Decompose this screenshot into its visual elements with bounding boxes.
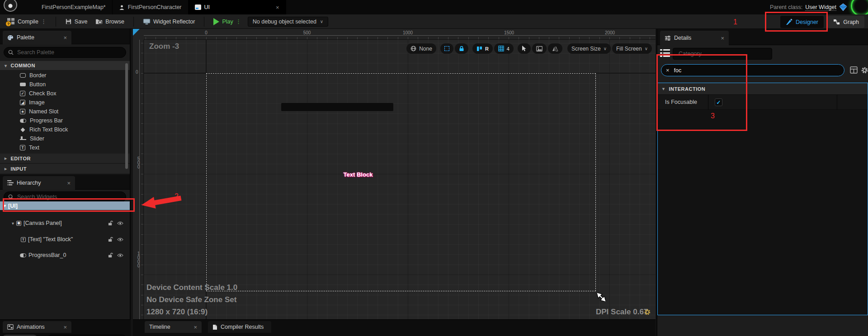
- visibility-eye-icon[interactable]: [117, 221, 123, 225]
- compile-button[interactable]: ? Compile ⋮: [5, 14, 48, 28]
- graph-mode-button[interactable]: Graph: [828, 16, 864, 28]
- left-panel: Palette × ▾ COMMON Border Button ✓Check …: [0, 29, 131, 319]
- close-icon[interactable]: ×: [63, 34, 67, 41]
- palette-item-slider[interactable]: Slider: [0, 134, 122, 143]
- close-icon[interactable]: ×: [193, 324, 197, 331]
- tab-hierarchy[interactable]: Hierarchy ×: [3, 176, 75, 190]
- tab-label: UI: [204, 4, 210, 10]
- palette-item-checkbox[interactable]: ✓Check Box: [0, 89, 122, 98]
- debug-object-dropdown[interactable]: No debug object selected ∨: [248, 17, 328, 27]
- palette-section-input[interactable]: ▸ INPUT: [0, 164, 130, 174]
- tab-animations[interactable]: Animations ×: [3, 321, 71, 333]
- browse-button[interactable]: Browse: [94, 14, 126, 28]
- palette-item-named-slot[interactable]: ∗Named Slot: [0, 107, 122, 116]
- unlock-icon[interactable]: [108, 237, 113, 242]
- close-icon[interactable]: ×: [721, 35, 724, 42]
- widget-reflector-label: Widget Reflector: [153, 19, 195, 25]
- palette-item-button[interactable]: Button: [0, 80, 122, 89]
- widget-design-frame[interactable]: [206, 73, 596, 291]
- designer-mode-button[interactable]: Designer: [780, 16, 824, 28]
- ruler-tick-label: 500: [303, 30, 311, 35]
- chevron-closed-icon: ▸: [5, 156, 7, 161]
- toolbar-separator: [56, 17, 56, 27]
- tab-ui-widget[interactable]: UI ×: [189, 0, 286, 14]
- fill-screen-dropdown[interactable]: Fill Screen ∨: [612, 43, 652, 54]
- grid-snap-dropdown[interactable]: 4: [494, 43, 514, 54]
- annotation-step-2: 2: [175, 192, 179, 201]
- palette-item-text[interactable]: TText: [0, 143, 122, 152]
- preview-background-button[interactable]: [532, 43, 547, 54]
- details-search-input[interactable]: [673, 67, 840, 74]
- tab-timeline[interactable]: Timeline ×: [145, 321, 202, 333]
- palette-section-common[interactable]: ▾ COMMON: [0, 61, 130, 70]
- palette-search-input[interactable]: [16, 49, 122, 56]
- section-label: EDITOR: [11, 156, 31, 161]
- palette-scrollbar[interactable]: [125, 63, 128, 169]
- save-button[interactable]: Save: [63, 14, 90, 28]
- clear-search-icon[interactable]: ×: [666, 67, 670, 74]
- unlock-icon[interactable]: [108, 252, 113, 258]
- screen-size-dropdown[interactable]: Screen Size ∨: [567, 43, 611, 54]
- design-grid[interactable]: Zoom -3 Text Block Device Content Scale …: [144, 40, 656, 319]
- compile-options-icon[interactable]: ⋮: [41, 19, 47, 25]
- unlock-icon[interactable]: [108, 220, 113, 226]
- document-icon: [212, 324, 217, 330]
- palette-item-image[interactable]: ◢Image: [0, 98, 122, 107]
- play-label: Play: [222, 19, 233, 25]
- palette-search[interactable]: [4, 47, 126, 58]
- details-search[interactable]: ×: [661, 64, 844, 76]
- selection-outline-toggle[interactable]: [440, 43, 453, 54]
- tab-compiler-results[interactable]: Compiler Results: [208, 321, 271, 333]
- details-panel: Details × × ▾ INTERACTION Is Focusable ✓: [656, 29, 868, 336]
- category-filter[interactable]: [673, 48, 772, 60]
- lock-toggle[interactable]: [455, 43, 468, 54]
- close-icon[interactable]: ×: [276, 4, 279, 11]
- select-mode-button[interactable]: [518, 43, 531, 54]
- details-sliders-icon: [665, 35, 671, 41]
- hierarchy-search[interactable]: [4, 191, 126, 202]
- palette-item-rich-text[interactable]: Rich Text Block: [0, 125, 122, 134]
- section-label: INPUT: [11, 166, 27, 172]
- lock-icon: [459, 46, 464, 51]
- palette-item-progress-bar[interactable]: Progress Bar: [0, 116, 122, 125]
- palette-item-border[interactable]: Border: [0, 71, 122, 80]
- asset-tab-bar: FirstPersonExampleMap* FirstPersonCharac…: [0, 0, 868, 14]
- details-tab-strip: Details ×: [657, 29, 868, 45]
- chevron-open-icon[interactable]: ▾: [12, 221, 14, 226]
- respect-locks-toggle[interactable]: R: [472, 43, 493, 54]
- globe-anchor-icon: [410, 46, 416, 51]
- display-filter-icon[interactable]: [850, 66, 858, 74]
- interaction-section-header[interactable]: ▾ INTERACTION: [658, 83, 868, 95]
- settings-gear-icon[interactable]: [861, 66, 868, 74]
- property-matrix-icon[interactable]: [660, 49, 670, 58]
- anchor-dropdown[interactable]: None: [406, 43, 436, 54]
- close-icon[interactable]: ×: [63, 324, 67, 331]
- progressbar-widget[interactable]: [281, 103, 393, 111]
- hierarchy-row-text-block[interactable]: T [Text] "Text Block": [0, 235, 130, 243]
- resize-handle-icon[interactable]: [597, 293, 606, 302]
- tab-details[interactable]: Details ×: [660, 31, 729, 45]
- visibility-eye-icon[interactable]: [117, 238, 123, 242]
- play-icon: [213, 18, 219, 25]
- play-options-icon[interactable]: ⋮: [236, 19, 241, 25]
- hierarchy-row-canvas-panel[interactable]: ▾ ▦ [Canvas Panel]: [0, 219, 130, 227]
- palette-section-editor[interactable]: ▸ EDITOR: [0, 154, 130, 163]
- tab-character-blueprint[interactable]: FirstPersonCharacter: [113, 0, 189, 14]
- close-icon[interactable]: ×: [67, 180, 71, 187]
- text-block-widget[interactable]: Text Block: [331, 171, 385, 178]
- tab-level-map[interactable]: FirstPersonExampleMap*: [35, 0, 113, 14]
- is-focusable-checkbox[interactable]: ✓: [715, 98, 722, 106]
- visibility-eye-icon[interactable]: [117, 253, 123, 257]
- chevron-open-icon[interactable]: ▾: [4, 203, 6, 208]
- category-filter-input[interactable]: [678, 50, 767, 57]
- hierarchy-search-input[interactable]: [16, 193, 122, 201]
- flip-preview-button[interactable]: [548, 43, 562, 54]
- dpi-settings-gear-icon[interactable]: [644, 308, 651, 316]
- zoom-level-label: Zoom -3: [149, 42, 179, 51]
- play-button[interactable]: Play ⋮: [212, 14, 243, 28]
- parent-class-link[interactable]: User Widget: [805, 4, 836, 11]
- hierarchy-row-progressbar[interactable]: ProgressBar_0: [0, 251, 130, 259]
- hierarchy-row-ui-root[interactable]: ▾ [UI]: [0, 201, 130, 210]
- tab-palette[interactable]: Palette ×: [3, 31, 71, 44]
- widget-reflector-button[interactable]: Widget Reflector: [141, 14, 197, 28]
